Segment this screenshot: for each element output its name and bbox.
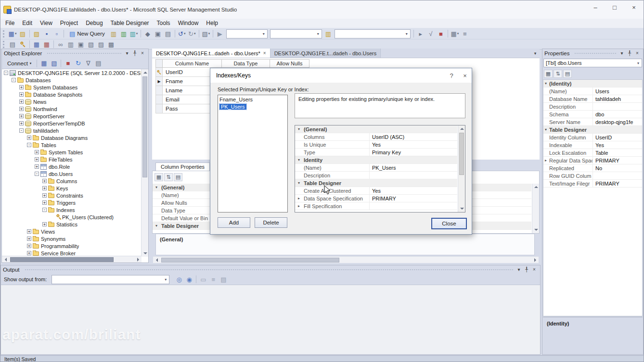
horizontal-scrollbar[interactable] (2, 256, 142, 262)
stop-icon[interactable]: ■ (63, 59, 73, 68)
maximize-button[interactable]: □ (605, 0, 624, 14)
xml-indexes-icon[interactable]: ▧ (86, 39, 96, 49)
refresh-icon[interactable]: ↻ (73, 59, 83, 68)
open-file-icon[interactable]: ▧ (32, 29, 41, 38)
collapse-icon[interactable]: - (4, 71, 8, 75)
scroll-right-icon[interactable] (134, 256, 142, 263)
property-description[interactable]: Description (543, 103, 642, 111)
row-selector[interactable] (155, 104, 163, 113)
scrollbar-thumb[interactable] (161, 258, 339, 262)
property-name[interactable]: (Name)Users (543, 87, 642, 95)
menu-item-file[interactable]: File (1, 19, 18, 28)
menu-item-edit[interactable]: Edit (18, 19, 36, 28)
tree-item-desktop-qjng1fe-sql-server-12-0-2000-desktop-qj[interactable]: -DESKTOP-QJNG1FE (SQL Server 12.0.2000 -… (2, 69, 148, 76)
manage-indexes-keys-icon[interactable]: ▥ (66, 39, 76, 49)
mdx-query-icon[interactable]: ▥▾ (129, 29, 139, 38)
collapse-icon[interactable]: - (27, 143, 31, 147)
header-row-selector[interactable] (155, 59, 163, 68)
tree-item-databases[interactable]: -Databases (2, 76, 148, 84)
property-lock-escalation[interactable]: Lock EscalationTable (543, 149, 642, 157)
relationships-icon[interactable]: ∞ (56, 39, 65, 49)
find-message-icon[interactable]: ◎ (174, 275, 184, 284)
property-name[interactable]: (Name)PK_Users (295, 164, 457, 172)
intellisense-enabled-icon[interactable]: ▦▾ (450, 29, 460, 38)
expand-icon[interactable]: + (42, 179, 47, 183)
window-position-icon[interactable]: ▾ (123, 50, 131, 57)
generate-script-icon[interactable]: ▧▾ (201, 29, 211, 38)
category-identity[interactable]: ▾(Identity) (543, 80, 642, 87)
dropdown-caret-icon[interactable]: ▾ (315, 32, 322, 36)
scrollbar-thumb[interactable] (142, 76, 147, 177)
expand-icon[interactable]: + (42, 222, 47, 226)
property-pages-icon[interactable]: ▤ (563, 70, 572, 78)
save-icon[interactable]: ▪ (42, 29, 52, 38)
scroll-down-icon[interactable] (458, 205, 465, 212)
vertical-scrollbar[interactable] (532, 184, 539, 233)
output-pane-icon[interactable]: ▤ (219, 275, 228, 284)
scroll-up-icon[interactable] (532, 184, 540, 190)
panel-drag-grip[interactable] (574, 52, 616, 55)
expand-icon[interactable]: ▸ (543, 157, 548, 164)
tree-item-indexes[interactable]: -Indexes (2, 206, 148, 213)
tree-item-database-diagrams[interactable]: +Database Diagrams (2, 134, 148, 141)
row-selector[interactable] (155, 86, 163, 95)
property-create-as-clustered[interactable]: Create As ClusteredYes (295, 187, 457, 195)
tree-item-system-tables[interactable]: +System Tables (2, 149, 148, 156)
tree-item-database-snapshots[interactable]: +Database Snapshots (2, 91, 148, 98)
analysis-services-query-icon[interactable]: ▥ (119, 29, 129, 38)
tab-column-properties[interactable]: Column Properties (155, 162, 210, 171)
scroll-right-icon[interactable] (531, 257, 539, 263)
pin-icon[interactable]: ╀ (523, 266, 530, 274)
expand-icon[interactable]: + (35, 150, 39, 154)
collapse-icon[interactable]: ▾ (153, 184, 160, 191)
dropdown-caret-icon[interactable]: ▾ (208, 32, 210, 36)
expand-icon[interactable]: + (19, 100, 24, 104)
delete-button[interactable]: Delete (255, 217, 287, 228)
menu-item-view[interactable]: View (36, 19, 56, 28)
collapse-icon[interactable]: ▾ (153, 222, 160, 230)
panel-drag-grip[interactable] (47, 52, 121, 55)
find-next-message-icon[interactable]: ◉ (184, 275, 194, 284)
property-indexable[interactable]: IndexableYes (543, 141, 642, 149)
execute-icon[interactable]: ▸ (416, 29, 425, 38)
expand-icon[interactable]: + (27, 229, 31, 234)
copy-icon[interactable]: ▣ (153, 29, 163, 38)
property-pages-icon[interactable]: ▤ (174, 173, 182, 181)
expand-icon[interactable]: + (19, 92, 24, 97)
redo-icon[interactable]: ↻▾ (187, 29, 197, 38)
collapse-icon[interactable]: ▾ (295, 125, 303, 133)
expand-icon[interactable]: + (27, 237, 31, 241)
generate-change-script-icon[interactable]: ▤ (8, 39, 17, 49)
object-selector-combo[interactable]: [Tbl] dbo.Users ▾ (543, 59, 642, 67)
wrap-icon[interactable]: ≡ (208, 275, 218, 284)
close-icon[interactable]: × (263, 50, 266, 56)
property-text-image-filegr[interactable]: Text/Image FilegrPRIMARY (543, 180, 642, 187)
tree-item-triggers[interactable]: +Triggers (2, 199, 148, 206)
dropdown-caret-icon[interactable]: ▾ (136, 32, 138, 36)
dropdown-caret-icon[interactable]: ▾ (403, 32, 410, 36)
index-list-item-pk-users[interactable]: PK_Users (218, 103, 287, 111)
scrollbar-thumb[interactable] (10, 257, 114, 262)
connect-object-icon[interactable]: ▦ (39, 59, 49, 68)
menu-item-project[interactable]: Project (56, 19, 82, 28)
database-engine-query-icon[interactable]: ▥ (109, 29, 118, 38)
tree-item-filetables[interactable]: +FileTables (2, 156, 148, 163)
property-schema[interactable]: Schemadbo (543, 111, 642, 118)
collapse-icon[interactable]: ▾ (295, 156, 303, 164)
paste-icon[interactable]: ▤ (163, 29, 173, 38)
dropdown-caret-icon[interactable]: ▾ (184, 32, 186, 36)
scroll-up-icon[interactable] (458, 125, 465, 132)
new-query-button[interactable]: ▤New Query (66, 29, 108, 38)
connect-button[interactable]: Connect▾ (4, 59, 35, 68)
collapse-icon[interactable]: - (42, 208, 47, 212)
tree-item-constraints[interactable]: +Constraints (2, 192, 148, 199)
tree-item-system-databases[interactable]: +System Databases (2, 84, 148, 91)
dropdown-caret-icon[interactable]: ▾ (194, 32, 196, 36)
alphabetical-icon[interactable]: ⇅ (554, 70, 562, 78)
tree-item-reportserver[interactable]: +ReportServer (2, 112, 148, 120)
expand-icon[interactable]: + (19, 121, 24, 125)
category-table-designer[interactable]: ▾Table Designer (543, 126, 642, 134)
toolbar-grip[interactable] (3, 30, 6, 37)
help-icon[interactable]: ? (445, 69, 458, 82)
reports-icon[interactable]: ▤ (93, 59, 103, 68)
